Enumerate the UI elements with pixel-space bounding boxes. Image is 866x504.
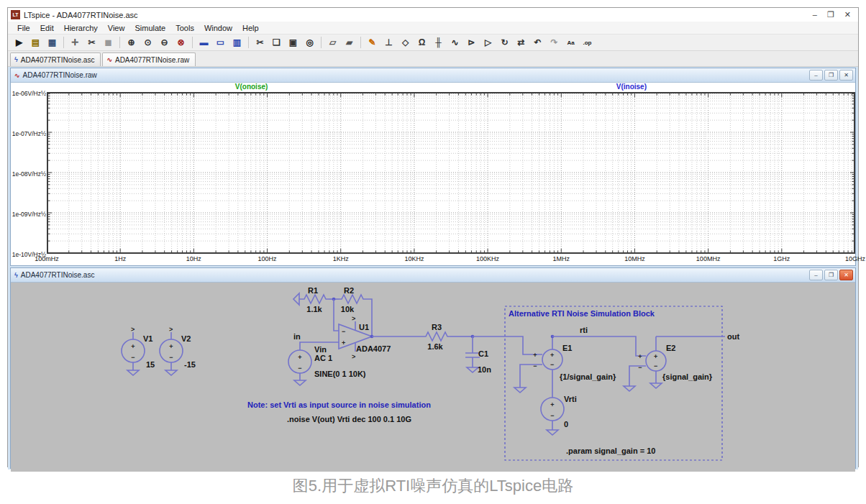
component-icon[interactable]: ▷ bbox=[480, 35, 496, 50]
svg-text:+: + bbox=[550, 352, 554, 359]
close-button[interactable]: ✕ bbox=[844, 10, 851, 19]
svg-text:−: − bbox=[550, 361, 554, 368]
menu-file[interactable]: File bbox=[12, 24, 35, 32]
net-flag: > bbox=[169, 326, 173, 333]
schematic-pane-icon[interactable]: ▭ bbox=[213, 35, 228, 50]
menu-simulate[interactable]: Simulate bbox=[129, 24, 170, 32]
x-tick-label: 1GHz bbox=[773, 255, 790, 262]
print-preview-icon[interactable]: ▱ bbox=[325, 35, 340, 50]
text-icon[interactable]: Aa bbox=[563, 35, 578, 50]
resistor-icon[interactable]: Ω bbox=[414, 35, 429, 50]
component-c1[interactable]: C1 10n bbox=[465, 336, 491, 374]
component-v1[interactable]: + − > V1 15 bbox=[122, 326, 155, 375]
minimize-button[interactable]: – bbox=[813, 10, 817, 19]
schematic-canvas[interactable]: + − > V1 15 + − > bbox=[11, 283, 855, 472]
x-tick-label: 1MHz bbox=[553, 255, 570, 262]
draw-wire-icon[interactable]: ✎ bbox=[365, 35, 380, 50]
component-e1[interactable]: + − + − E1 {1/signal_gain} bbox=[533, 336, 616, 398]
tab-label: ADA4077RTINoise.raw bbox=[115, 56, 189, 64]
redo-icon[interactable]: ↷ bbox=[547, 35, 562, 50]
component-u1[interactable]: − + > > U1 ADA4077 bbox=[339, 315, 391, 360]
tile-panes-icon[interactable]: ▥ bbox=[229, 35, 245, 50]
open-icon[interactable]: ▤ bbox=[28, 35, 43, 50]
save-icon[interactable]: ▦ bbox=[45, 35, 60, 50]
cut-tool-icon[interactable]: ✂ bbox=[84, 35, 99, 50]
svg-text:15: 15 bbox=[146, 360, 155, 369]
tab-label: ADA4077RTINoise.asc bbox=[21, 56, 95, 64]
svg-text:+: + bbox=[533, 352, 537, 359]
legend-V(onoise)[interactable]: V(onoise) bbox=[235, 83, 268, 91]
component-r3[interactable]: R3 1.6k bbox=[423, 323, 473, 351]
tab-ADA4077RTINoise.raw[interactable]: ∿ADA4077RTINoise.raw bbox=[102, 52, 196, 66]
tab-ADA4077RTINoise.asc[interactable]: ϟADA4077RTINoise.asc bbox=[10, 52, 101, 66]
net-label-in[interactable]: in bbox=[293, 332, 301, 341]
paste-icon[interactable]: ▣ bbox=[286, 35, 301, 50]
svg-text:−: − bbox=[550, 412, 554, 419]
menu-help[interactable]: Help bbox=[237, 24, 264, 32]
waveform-restore-button[interactable]: ❐ bbox=[824, 70, 838, 81]
waveform-close-button[interactable]: ✕ bbox=[839, 70, 853, 81]
zoom-out-icon[interactable]: ⊖ bbox=[157, 35, 172, 50]
new-schematic-icon[interactable]: ▶ bbox=[12, 35, 27, 50]
cut-icon[interactable]: ✂ bbox=[252, 35, 268, 50]
noise-plot[interactable] bbox=[47, 92, 855, 255]
menu-tools[interactable]: Tools bbox=[170, 24, 199, 32]
menu-edit[interactable]: Edit bbox=[35, 24, 59, 32]
rti-block-border bbox=[505, 306, 722, 460]
spice-directive-icon[interactable]: .op bbox=[580, 35, 595, 50]
capacitor-icon[interactable]: ╫ bbox=[431, 35, 446, 50]
menu-hierarchy[interactable]: Hierarchy bbox=[59, 24, 103, 32]
find-icon[interactable]: ◎ bbox=[302, 35, 317, 50]
vplus-flag: > bbox=[352, 315, 355, 322]
mirror-icon[interactable]: ⇄ bbox=[514, 35, 529, 50]
svg-text:V2: V2 bbox=[181, 334, 191, 343]
rotate-icon[interactable]: ↻ bbox=[497, 35, 512, 50]
control-panel-icon[interactable]: ✛ bbox=[68, 35, 83, 50]
ground-icon[interactable]: ⊥ bbox=[381, 35, 396, 50]
note-text[interactable]: Note: set Vrti as input source in noise … bbox=[247, 400, 431, 409]
svg-text:10n: 10n bbox=[478, 365, 491, 374]
diode-icon[interactable]: ⊳ bbox=[464, 35, 479, 50]
noise-directive-text[interactable]: .noise V(out) Vrti dec 100 0.1 10G bbox=[287, 415, 411, 423]
e1-ctrl-gnd-wire[interactable] bbox=[520, 365, 542, 388]
svg-text:−: − bbox=[638, 364, 642, 371]
component-v2[interactable]: + − > V2 -15 bbox=[160, 326, 196, 375]
menu-window[interactable]: Window bbox=[199, 24, 237, 32]
component-vrti[interactable]: + − Vrti 0 bbox=[541, 395, 577, 435]
zoom-in-icon[interactable]: ⊕ bbox=[124, 35, 139, 50]
label-net-icon[interactable]: ◇ bbox=[398, 35, 413, 50]
plot-area[interactable] bbox=[47, 92, 855, 255]
legend-V(inoise)[interactable]: V(inoise) bbox=[616, 83, 647, 91]
schematic-minimize-button[interactable]: – bbox=[809, 270, 823, 280]
zoom-pan-icon[interactable]: ⊙ bbox=[140, 35, 155, 50]
undo-icon[interactable]: ↶ bbox=[530, 35, 545, 50]
schematic-restore-button[interactable]: ❐ bbox=[824, 270, 838, 280]
copy-icon[interactable]: ❏ bbox=[269, 35, 284, 50]
rti-block-title[interactable]: Alternative RTI Noise Simulation Block bbox=[509, 309, 655, 318]
waveform-window-titlebar[interactable]: ∿ ADA4077RTINoise.raw – ❐ ✕ bbox=[11, 68, 855, 83]
component-e2[interactable]: + − + − E2 {signal_gain} bbox=[638, 336, 712, 388]
svg-text:R3: R3 bbox=[432, 323, 442, 331]
param-directive-text[interactable]: .param signal_gain = 10 bbox=[566, 446, 655, 455]
maximize-button[interactable]: ❐ bbox=[827, 10, 834, 19]
zoom-full-extents-icon[interactable]: ⊗ bbox=[173, 35, 188, 50]
mdi-area: ∿ ADA4077RTINoise.raw – ❐ ✕ V(onoise)V(i… bbox=[8, 67, 858, 469]
inductor-icon[interactable]: ∿ bbox=[447, 35, 462, 50]
svg-text:{1/signal_gain}: {1/signal_gain} bbox=[560, 372, 616, 381]
net-label-rti[interactable]: rti bbox=[580, 326, 588, 334]
schematic-close-button[interactable]: ✕ bbox=[839, 270, 853, 280]
svg-text:ADA4077: ADA4077 bbox=[356, 344, 391, 353]
feedback-wire[interactable] bbox=[334, 299, 339, 331]
waveform-pane-icon[interactable]: ▬ bbox=[196, 35, 211, 50]
ltspice-window: LT LTspice - ADA4077RTINoise.asc – ❐ ✕ F… bbox=[7, 7, 859, 467]
component-r1[interactable]: R1 1.1k bbox=[293, 286, 334, 313]
waveform-window: ∿ ADA4077RTINoise.raw – ❐ ✕ V(onoise)V(i… bbox=[10, 68, 856, 266]
tab-bar: ϟADA4077RTINoise.asc∿ADA4077RTINoise.raw bbox=[8, 51, 858, 67]
halt-icon[interactable]: ◼ bbox=[101, 35, 116, 50]
net-label-out[interactable]: out bbox=[727, 332, 739, 341]
waveform-minimize-button[interactable]: – bbox=[809, 70, 823, 81]
component-vin[interactable]: + − Vin AC 1 SINE(0 1 10K) bbox=[288, 345, 366, 385]
schematic-window-titlebar[interactable]: ϟ ADA4077RTINoise.asc – ❐ ✕ bbox=[11, 268, 855, 283]
print-icon[interactable]: ▰ bbox=[342, 35, 357, 50]
menu-view[interactable]: View bbox=[103, 24, 130, 32]
